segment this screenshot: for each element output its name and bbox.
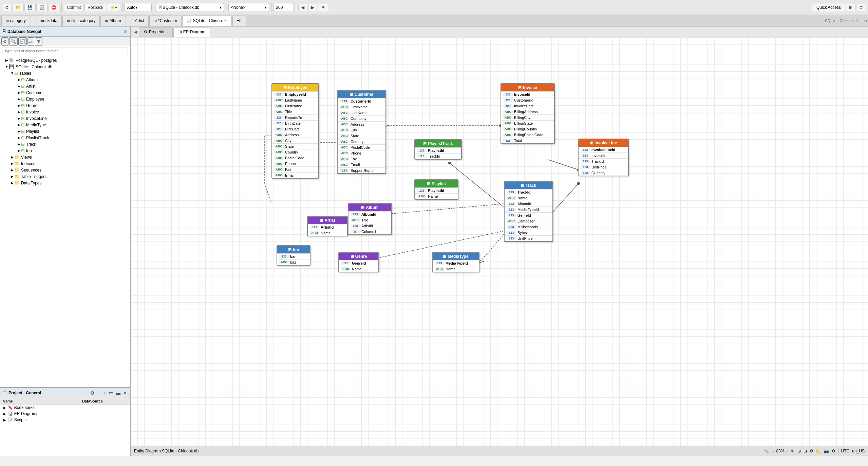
project-settings[interactable]: ⚙ [90,390,95,396]
playlist-field-id[interactable]: 123 PlaylistId [415,187,458,193]
track-field-id[interactable]: 123 TrackId [505,189,552,195]
project-bookmarks[interactable]: ▶ 🔖 Bookmarks [0,405,130,411]
invoice-field-billcity[interactable]: ABC BillingCity [501,114,554,120]
open-btn[interactable]: 📂 [13,4,24,11]
tree-item-genre[interactable]: ▶ ⊞ Genre [0,102,130,109]
employee-field-reports[interactable]: 123 ReportsTo [272,114,318,120]
er-table-playlist[interactable]: ⊞ Playlist 123 PlaylistId ABC Name [414,179,458,200]
export-btn[interactable]: 📷 [824,449,829,453]
tree-item-employee[interactable]: ▶ ⊞ Employee [0,96,130,102]
maximize-btn[interactable]: □ [864,18,867,23]
employee-field-birth[interactable]: 123 BirthDate [272,120,318,126]
foo-field-baz[interactable]: ABC baz [277,259,310,265]
track-field-genreid[interactable]: 123 GenreId [505,212,552,218]
nav-next[interactable]: ▶ [308,4,317,11]
employee-field-phone[interactable]: ABC Phone [272,161,318,166]
erdiagrams-toggle[interactable]: ▶ [3,412,7,416]
nav-menu[interactable]: ▼ [318,4,328,11]
mediatype-field-name[interactable]: ABC Name [433,266,479,272]
track-field-unitprice[interactable]: 123 UnitPrice [505,235,552,241]
nav-prev[interactable]: ◀ [298,4,307,11]
invoiceline-field-id[interactable]: 123 InvoiceLineId [579,147,628,153]
employee-field-country[interactable]: ABC Country [272,149,318,155]
tree-item-tables[interactable]: ▼ ⊞ Tables [0,70,130,76]
project-erdiagrams[interactable]: ▶ 📊 ER Diagrams [0,411,130,417]
tab-sqlite-chinook[interactable]: 📊 SQLite - Chinoo ✕ [182,16,231,26]
quick-access-button[interactable]: Quick Access [812,4,845,11]
stop-btn[interactable]: ⛔ [48,4,59,11]
customer-field-company[interactable]: ABC Company [338,115,385,121]
zoom-fit-btn[interactable]: ⊞ [797,449,801,453]
er-table-invoice[interactable]: ⊞ Invoice 123 InvoiceId 123 CustomerId 1… [501,83,555,144]
invoice-field-billstate[interactable]: ABC BillingState [501,120,554,126]
foo-field-bar[interactable]: 123 bar [277,253,310,259]
nav-tool-5[interactable]: ▼ [35,37,42,46]
album-field-artistid[interactable]: 123 ArtistId [348,223,391,229]
tree-toggle-indexes[interactable]: ▶ [10,162,14,165]
er-table-playlisttrack[interactable]: ⊞ PlaylistTrack 123 PlaylistId 123 Track… [414,139,462,160]
genre-field-name[interactable]: ABC Name [339,266,378,272]
employee-field-state[interactable]: ABC State [272,143,318,149]
tree-toggle-triggers[interactable]: ▶ [10,175,14,178]
tree-toggle-playlisttrack[interactable]: ▶ [17,136,21,140]
customer-field-postal[interactable]: ABC PostalCode [338,144,385,150]
tree-toggle-mediatype[interactable]: ▶ [17,123,21,127]
tree-item-sqlite[interactable]: ▼ 💾 SQLite - Chinook.db [0,64,130,70]
invoice-field-customerid[interactable]: 123 CustomerId [501,97,554,103]
project-minus[interactable]: ─ [97,390,101,396]
tab-more[interactable]: +5 [232,16,246,26]
customer-field-city[interactable]: ABC City [338,127,385,133]
zoom-out-btn[interactable]: ─ [772,448,775,454]
tab-album[interactable]: ⊞ Album [100,16,125,26]
zoom-in-btn[interactable]: + [786,448,789,454]
er-table-invoiceline[interactable]: ⊞ InvoiceLine 123 InvoiceLineId 123 Invo… [578,139,629,176]
er-table-foo[interactable]: ⊞ foo 123 bar ABC baz [277,245,310,266]
invoiceline-field-trackid[interactable]: 123 TrackId [579,158,628,164]
employee-field-addr[interactable]: ABC Address [272,132,318,138]
nav-tool-3[interactable]: 🔄 [18,37,27,46]
playlist-field-name[interactable]: ABC Name [415,193,458,199]
customer-field-state[interactable]: ABC State [338,133,385,139]
mediatype-field-id[interactable]: 123 MediaTypeId [433,260,479,266]
tree-item-foo[interactable]: ▶ ⊞ foo [0,147,130,154]
customer-field-email[interactable]: ABC Email [338,162,385,167]
track-field-ms[interactable]: 123 Milliseconds [505,224,552,230]
tree-toggle-postgres[interactable]: ▶ [5,58,9,62]
invoice-field-id[interactable]: 123 InvoiceId [501,91,554,97]
reload-btn[interactable]: 🔄 [36,4,48,11]
commit-button[interactable]: Commit [64,4,84,11]
invoice-field-billcountry[interactable]: ABC BillingCountry [501,126,554,132]
rollback-button[interactable]: Rollback [84,4,106,11]
invoiceline-field-qty[interactable]: 123 Quantity [579,170,628,176]
er-table-track[interactable]: ⊞ Track 123 TrackId ABC Name 123 AlbumId… [504,181,553,242]
employee-field-fn[interactable]: ABC FirstName [272,103,318,109]
tree-toggle-artist[interactable]: ▶ [17,84,21,88]
tree-toggle-invoiceline[interactable]: ▶ [17,116,21,120]
er-table-employee[interactable]: ⊞ Employee 123 EmployeeId ABC LastName A… [271,83,319,179]
invoice-field-billpostal[interactable]: ABC BillingPostalCode [501,132,554,138]
tab-category[interactable]: ⊞ category [1,16,30,26]
invoiceline-field-invoiceid[interactable]: 123 InvoiceId [579,153,628,158]
er-table-album[interactable]: ⊞ Album 123 AlbumId ABC Title 123 Artist… [348,203,392,235]
album-field-title[interactable]: ABC Title [348,217,391,223]
tab-close-sqlite[interactable]: ✕ [223,19,227,22]
customer-field-supportrep[interactable]: 123 SupportRepId [338,167,385,173]
track-field-mediatypeid[interactable]: 123 MediaTypeId [505,207,552,212]
artist-field-id[interactable]: 123 ArtistId [308,224,347,230]
employee-field-city[interactable]: ABC City [272,138,318,143]
customer-field-id[interactable]: 123 CustomerId [338,98,385,104]
customer-field-country[interactable]: ABC Country [338,139,385,144]
tree-toggle-sqlite[interactable]: ▼ [5,65,9,69]
er-canvas[interactable]: ⊞ Employee 123 EmployeeId ABC LastName A… [131,37,868,446]
customer-field-ln[interactable]: ABC LastName [338,110,385,115]
project-scripts[interactable]: ▶ 📝 Scripts [0,417,130,423]
db-nav-search[interactable] [2,48,128,54]
tree-toggle-invoice[interactable]: ▶ [17,110,21,114]
employee-field-id[interactable]: 123 EmployeeId [272,91,318,97]
employee-field-fax[interactable]: ABC Fax [272,166,318,172]
tree-item-triggers[interactable]: ▶ 📁 Table Triggers [0,173,130,180]
tree-toggle-track[interactable]: ▶ [17,142,21,146]
subtab-erdiagram[interactable]: ⊞ ER Diagram [173,27,210,37]
tree-toggle-album[interactable]: ▶ [17,78,21,82]
playlisttrack-field-plid[interactable]: 123 PlaylistId [415,147,461,153]
